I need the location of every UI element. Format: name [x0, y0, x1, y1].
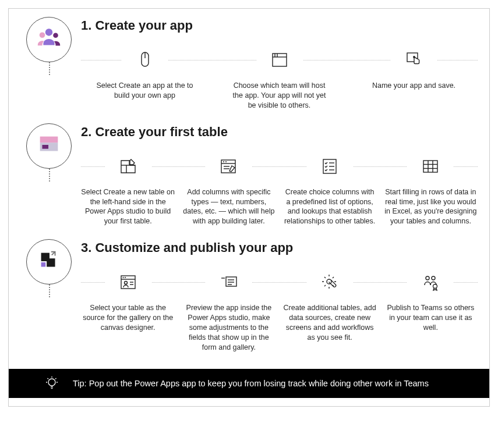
item-2-1: Select Create a new table on the left-ha… — [81, 154, 175, 227]
svg-point-0 — [45, 29, 52, 35]
layout-edit-icon — [105, 154, 151, 179]
svg-point-49 — [433, 285, 437, 289]
item-2-3: Create choice columns with a predefined … — [283, 154, 377, 227]
section-2: 2. Create your first table Select Create… — [17, 123, 481, 227]
svg-point-48 — [432, 276, 435, 280]
section-3-title: 3. Customize and publish your app — [81, 240, 478, 255]
people-icon — [36, 25, 62, 54]
content-2: 2. Create your first table Select Create… — [81, 123, 481, 227]
badge-col-2 — [17, 123, 81, 169]
detail-lines-icon — [206, 269, 252, 295]
lightbulb-icon — [44, 375, 60, 392]
svg-point-36 — [122, 277, 123, 278]
item-1-3-text: Name your app and save. — [372, 81, 455, 91]
timeline-line — [49, 285, 50, 297]
item-1-1-text: Select Create an app at the to build you… — [94, 81, 196, 101]
content-3: 3. Customize and publish your app Select… — [81, 239, 481, 352]
section-1-title: 1. Create your app — [81, 18, 478, 33]
svg-point-50 — [48, 379, 55, 386]
item-1-3: Name your app and save. — [350, 47, 478, 111]
item-3-1-text: Select your table as the source for the … — [81, 303, 175, 333]
svg-point-2 — [53, 33, 58, 38]
svg-rect-13 — [43, 145, 49, 149]
table-card-badge — [26, 123, 72, 169]
gear-wrench-icon — [306, 269, 353, 295]
item-3-3-text: Create additional tables, add data sourc… — [283, 303, 377, 343]
tip-bar: Tip: Pop out the Power Apps app to keep … — [9, 369, 489, 398]
app-window-icon — [256, 47, 303, 73]
timeline-line — [49, 169, 50, 182]
bottom-pad — [9, 398, 489, 406]
svg-line-57 — [55, 378, 56, 379]
svg-point-10 — [413, 56, 414, 58]
item-3-2: Preview the app inside the Power Apps st… — [182, 269, 276, 352]
svg-point-37 — [125, 277, 126, 278]
tap-icon — [391, 47, 437, 73]
svg-point-47 — [426, 276, 429, 280]
section-2-items: Select Create a new table on the left-ha… — [81, 154, 478, 227]
squares-badge — [26, 239, 72, 285]
table-card-icon — [36, 131, 62, 161]
section-1: 1. Create your app Select Create an app … — [17, 17, 481, 111]
item-3-2-text: Preview the app inside the Power Apps st… — [182, 303, 276, 352]
svg-line-56 — [48, 378, 49, 379]
item-2-2-text: Add columns with specific types — text, … — [182, 187, 276, 227]
item-2-4-text: Start filling in rows of data in real ti… — [384, 187, 478, 227]
user-window-icon — [105, 269, 151, 295]
timeline-line — [49, 62, 50, 75]
section-1-items: Select Create an app at the to build you… — [81, 47, 478, 111]
item-1-2-text: Choose which team will host the app. You… — [228, 81, 330, 111]
item-3-4-text: Publish to Teams so others in your team … — [384, 303, 478, 333]
svg-rect-11 — [40, 136, 58, 143]
svg-rect-26 — [423, 161, 437, 172]
svg-point-1 — [40, 32, 45, 38]
item-2-2: Add columns with specific types — text, … — [182, 154, 276, 227]
badge-col-3 — [17, 239, 81, 285]
svg-point-38 — [124, 282, 127, 285]
grid-icon — [407, 154, 454, 179]
item-2-3-text: Create choice columns with a predefined … — [283, 187, 377, 227]
item-3-4: Publish to Teams so others in your team … — [384, 269, 478, 352]
tip-text: Tip: Pop out the Power Apps app to keep … — [73, 379, 429, 388]
svg-rect-33 — [41, 262, 46, 267]
content-1: 1. Create your app Select Create an app … — [81, 17, 481, 111]
section-2-title: 2. Create your first table — [81, 125, 478, 140]
mouse-icon — [122, 47, 168, 73]
item-3-3: Create additional tables, add data sourc… — [283, 269, 377, 352]
instructions-container: 1. Create your app Select Create an app … — [8, 8, 490, 407]
item-2-1-text: Select Create a new table on the left-ha… — [81, 187, 175, 227]
svg-rect-32 — [47, 258, 55, 266]
badge-col-1 — [17, 17, 81, 62]
item-2-4: Start filling in rows of data in real ti… — [384, 154, 478, 227]
people-ribbon-icon — [407, 269, 454, 295]
people-badge — [26, 17, 72, 62]
section-3: 3. Customize and publish your app Select… — [17, 239, 481, 352]
item-1-1: Select Create an app at the to build you… — [81, 47, 209, 111]
checklist-icon — [306, 154, 353, 179]
item-3-1: Select your table as the source for the … — [81, 269, 175, 352]
section-3-items: Select your table as the source for the … — [81, 269, 478, 352]
item-1-2: Choose which team will host the app. You… — [216, 47, 343, 111]
squares-icon — [36, 247, 62, 276]
form-edit-icon — [206, 154, 252, 179]
